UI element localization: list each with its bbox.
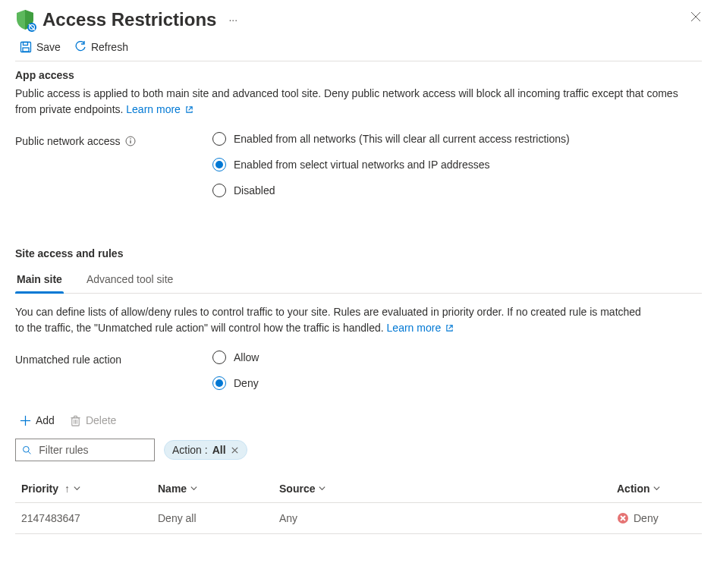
sort-asc-icon: ↑ (64, 483, 70, 495)
site-rules-section: Site access and rules Main site Advanced… (15, 247, 702, 534)
trash-icon (70, 415, 81, 426)
chip-clear-icon[interactable] (231, 446, 239, 454)
refresh-button[interactable]: Refresh (74, 41, 128, 53)
action-filter-chip[interactable]: Action : All (164, 440, 247, 460)
svg-line-8 (188, 107, 192, 111)
table-row[interactable]: 2147483647 Deny all Any Deny (15, 503, 702, 534)
plus-icon (20, 415, 31, 426)
svg-line-12 (449, 325, 453, 329)
svg-rect-7 (23, 48, 29, 52)
col-action[interactable]: Action (611, 475, 702, 503)
chevron-down-icon (653, 484, 661, 492)
more-menu[interactable]: ··· (224, 14, 242, 26)
public-network-access-field: Public network access Enabled from all n… (15, 132, 702, 197)
site-rules-description: You can define lists of allow/deny rules… (15, 304, 645, 337)
radio-enabled-select[interactable]: Enabled from select virtual networks and… (212, 158, 570, 171)
command-bar: Save Refresh (15, 36, 702, 61)
site-tabs: Main site Advanced tool site (15, 269, 702, 294)
svg-point-23 (24, 446, 30, 452)
app-access-description: Public access is applied to both main si… (15, 86, 702, 118)
save-button[interactable]: Save (20, 41, 61, 53)
learn-more-link[interactable]: Learn more (126, 103, 193, 115)
save-label: Save (36, 41, 61, 53)
site-rules-title: Site access and rules (15, 247, 702, 259)
cell-name: Deny all (152, 503, 273, 534)
col-priority[interactable]: Priority ↑ (15, 475, 152, 503)
cell-source: Any (273, 503, 611, 534)
shield-icon (15, 9, 35, 30)
radio-deny[interactable]: Deny (212, 376, 259, 390)
tab-main-site[interactable]: Main site (15, 269, 64, 293)
rules-toolbar: Add Delete (15, 414, 702, 434)
chevron-down-icon (318, 484, 326, 492)
unmatched-rule-action-field: Unmatched rule action Allow Deny (15, 351, 702, 390)
close-icon (690, 11, 702, 23)
refresh-label: Refresh (91, 41, 128, 53)
col-name[interactable]: Name (152, 475, 273, 503)
app-access-section: App access Public access is applied to b… (15, 69, 702, 197)
radio-allow[interactable]: Allow (212, 351, 259, 364)
add-button[interactable]: Add (20, 414, 55, 426)
close-button[interactable] (690, 11, 702, 25)
unmatched-rule-options: Allow Deny (212, 351, 259, 390)
page-title: Access Restrictions (42, 9, 216, 30)
learn-more-link-rules[interactable]: Learn more (387, 322, 454, 334)
table-header-row: Priority ↑ Name Source Action (15, 475, 702, 503)
filter-search-box[interactable] (15, 439, 155, 461)
chevron-down-icon (73, 484, 81, 492)
chevron-down-icon (190, 484, 198, 492)
external-link-icon (185, 102, 193, 118)
info-icon[interactable] (125, 136, 136, 146)
deny-icon (617, 512, 629, 524)
delete-button: Delete (70, 414, 116, 426)
filter-row: Action : All (15, 439, 702, 461)
app-access-title: App access (15, 69, 702, 81)
radio-disabled[interactable]: Disabled (212, 184, 570, 197)
tab-advanced-tool-site[interactable]: Advanced tool site (85, 269, 175, 293)
col-source[interactable]: Source (273, 475, 611, 503)
save-icon (20, 41, 32, 53)
refresh-icon (74, 41, 86, 53)
svg-point-11 (130, 138, 131, 140)
page-header: Access Restrictions ··· (15, 6, 702, 36)
svg-rect-6 (24, 42, 28, 46)
search-icon (22, 445, 31, 455)
rules-table: Priority ↑ Name Source Action (15, 475, 702, 534)
filter-input[interactable] (37, 443, 148, 457)
cell-action: Deny (611, 503, 702, 534)
svg-line-24 (28, 451, 30, 454)
public-network-access-label: Public network access (15, 132, 212, 147)
unmatched-rule-action-label: Unmatched rule action (15, 351, 212, 366)
cell-priority: 2147483647 (15, 503, 152, 534)
radio-enabled-all[interactable]: Enabled from all networks (This will cle… (212, 132, 570, 146)
public-network-access-options: Enabled from all networks (This will cle… (212, 132, 570, 197)
external-link-icon (445, 321, 454, 337)
